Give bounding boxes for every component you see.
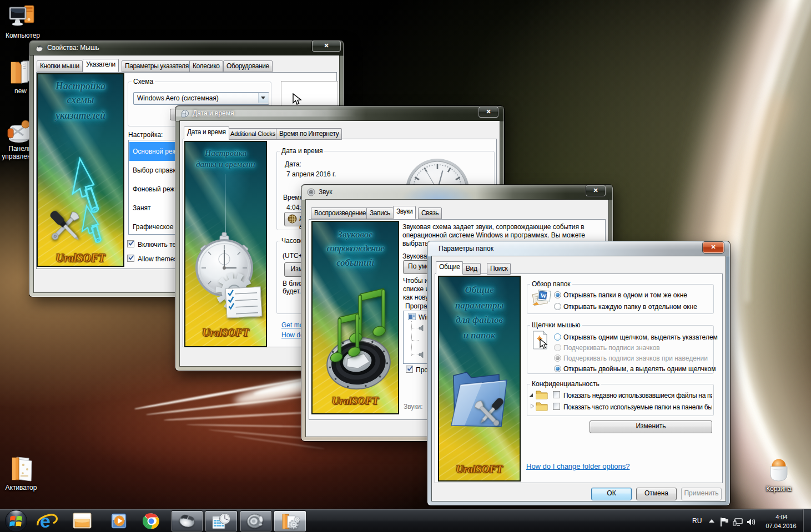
svg-text:e: e xyxy=(40,511,51,531)
svg-text:W: W xyxy=(540,292,547,299)
